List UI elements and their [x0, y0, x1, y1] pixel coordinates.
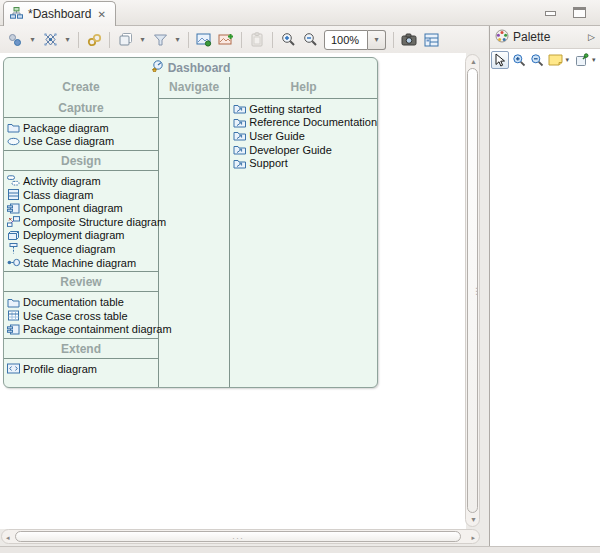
copy-visual-dropdown[interactable]: ▾	[136, 29, 149, 51]
item-label: Documentation table	[23, 296, 124, 308]
item-label: Getting started	[249, 103, 321, 115]
zoom-level-value[interactable]: 100%	[324, 30, 368, 50]
diagram-toolbar: ▾ ▾ ▾ ▾ 100% ▾	[0, 26, 488, 53]
horizontal-scrollbar[interactable]: ◂ ··· ▸	[1, 529, 480, 544]
related-elements-dropdown[interactable]: ▾	[26, 29, 39, 51]
tab-close-icon[interactable]: ✕	[96, 9, 106, 20]
thumb-grip: ⋮	[472, 286, 482, 296]
attachment-tool[interactable]	[573, 51, 591, 69]
help-folder-icon	[233, 103, 246, 114]
links-button[interactable]	[83, 29, 105, 51]
palette-panel: Palette ▷ ▾ ▾	[489, 26, 600, 547]
section-header: Design	[4, 151, 158, 170]
minimize-button[interactable]	[544, 7, 557, 18]
section-items: Profile diagram	[4, 359, 158, 378]
dashboard-item[interactable]: State Machine diagram	[4, 256, 158, 270]
diagram-overview-button[interactable]	[420, 29, 442, 51]
dashboard-item[interactable]: Use Case cross table	[4, 309, 158, 323]
attachment-tool-dropdown[interactable]: ▾	[592, 56, 599, 64]
vertical-scrollbar[interactable]: ▲ ⋮ ▼	[465, 54, 480, 527]
dashboard-item[interactable]: Composite Structure diagram	[4, 215, 158, 229]
zoom-level-combo[interactable]: 100% ▾	[324, 30, 386, 50]
toolbar-separator	[188, 32, 189, 48]
thumb-grip: ···	[232, 533, 244, 543]
help-folder-icon	[233, 130, 246, 141]
section-header: Capture	[4, 98, 158, 117]
column-header: Help	[230, 77, 377, 98]
help-folder-icon	[233, 158, 246, 169]
editor-tab-bar: *Dashboard ✕	[0, 0, 600, 26]
profile-icon	[7, 363, 20, 374]
screenshot-button[interactable]	[398, 29, 420, 51]
palette-toolbar: ▾ ▾	[490, 49, 600, 71]
dashboard-column-help: HelpGetting startedReference Documentati…	[230, 77, 377, 388]
item-label: Class diagram	[23, 189, 93, 201]
dashboard-item[interactable]: Support	[230, 156, 377, 170]
scroll-up-icon[interactable]: ▲	[470, 58, 477, 65]
divider	[159, 98, 229, 99]
copy-visual-button[interactable]	[114, 29, 136, 51]
dashboard-item[interactable]: Getting started	[230, 102, 377, 116]
folder-icon	[7, 122, 20, 133]
add-image-button[interactable]	[215, 29, 237, 51]
note-tool-dropdown[interactable]: ▾	[566, 56, 573, 64]
dashboard-item[interactable]: Package diagram	[4, 121, 158, 135]
filter-dropdown[interactable]: ▾	[171, 29, 184, 51]
toolbar-separator	[241, 32, 242, 48]
dashboard-item[interactable]: Developer Guide	[230, 143, 377, 157]
sequence-icon	[7, 243, 20, 254]
palette-zoom-out-tool[interactable]	[528, 51, 546, 69]
note-tool[interactable]	[547, 51, 565, 69]
zoom-level-dropdown[interactable]: ▾	[368, 30, 386, 50]
item-label: Use Case cross table	[23, 310, 128, 322]
vertical-scrollbar-thumb[interactable]: ⋮	[467, 68, 478, 513]
palette-header[interactable]: Palette ▷	[490, 26, 600, 49]
item-label: Component diagram	[23, 202, 123, 214]
save-image-button[interactable]	[193, 29, 215, 51]
dashboard-item[interactable]: Deployment diagram	[4, 229, 158, 243]
palette-collapse-icon[interactable]: ▷	[588, 32, 595, 42]
item-label: Profile diagram	[23, 363, 97, 375]
dashboard-item[interactable]: Use Case diagram	[4, 135, 158, 149]
window-buttons	[544, 7, 586, 18]
column-header: Navigate	[159, 77, 229, 98]
auto-layout-button[interactable]	[39, 29, 61, 51]
dashboard-item[interactable]: Reference Documentation	[230, 116, 377, 130]
scroll-right-icon[interactable]: ▸	[471, 534, 475, 541]
composite-icon	[7, 216, 20, 227]
scroll-left-icon[interactable]: ◂	[6, 534, 10, 541]
diagram-canvas[interactable]: Dashboard CreateCapturePackage diagramUs…	[0, 53, 466, 529]
tab-dashboard[interactable]: *Dashboard ✕	[3, 1, 116, 26]
dashboard-item[interactable]: Class diagram	[4, 188, 158, 202]
dashboard-item[interactable]: Sequence diagram	[4, 242, 158, 256]
dashboard-item[interactable]: Documentation table	[4, 295, 158, 309]
item-label: Package diagram	[23, 122, 109, 134]
maximize-button[interactable]	[573, 7, 586, 18]
chevron-down-icon: ▾	[175, 35, 179, 44]
dashboard-item[interactable]: Profile diagram	[4, 362, 158, 376]
select-tool[interactable]	[491, 51, 509, 69]
toolbar-separator	[272, 32, 273, 48]
chevron-down-icon: ▾	[30, 35, 34, 44]
palette-zoom-in-tool[interactable]	[510, 51, 528, 69]
paste-style-button[interactable]	[246, 29, 268, 51]
horizontal-scrollbar-thumb[interactable]: ···	[15, 531, 461, 542]
statemachine-icon	[7, 257, 20, 268]
filter-button[interactable]	[149, 29, 171, 51]
dashboard-panel: Dashboard CreateCapturePackage diagramUs…	[3, 57, 378, 388]
scroll-down-icon[interactable]: ▼	[470, 516, 477, 523]
dashboard-item[interactable]: User Guide	[230, 129, 377, 143]
dashboard-item[interactable]: Activity diagram	[4, 174, 158, 188]
related-elements-button[interactable]	[4, 29, 26, 51]
item-label: Package containment diagram	[23, 323, 172, 335]
dashboard-item[interactable]: Component diagram	[4, 201, 158, 215]
auto-layout-dropdown[interactable]: ▾	[61, 29, 74, 51]
component-icon	[7, 203, 20, 214]
zoom-out-button[interactable]	[299, 29, 321, 51]
dashboard-item[interactable]: Package containment diagram	[4, 323, 158, 337]
palette-icon	[495, 29, 509, 45]
item-label: Deployment diagram	[23, 229, 125, 241]
zoom-in-button[interactable]	[277, 29, 299, 51]
palette-body[interactable]	[490, 71, 600, 546]
help-folder-icon	[233, 117, 246, 128]
